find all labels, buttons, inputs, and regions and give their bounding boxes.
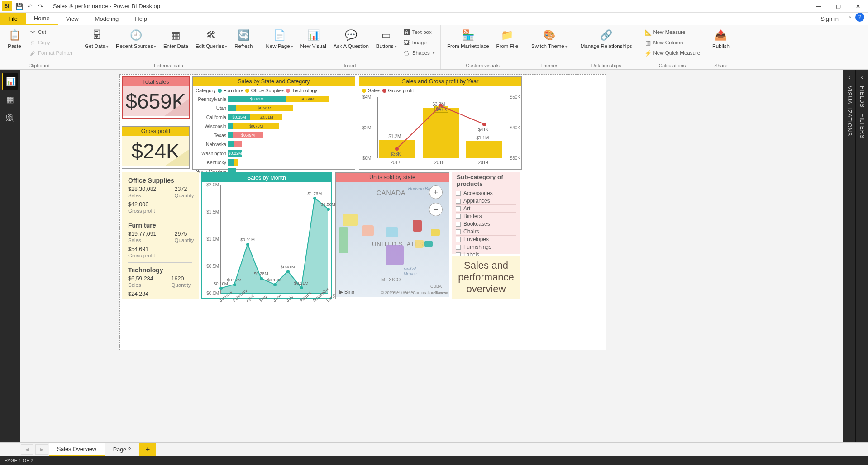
data-label: $1.56M xyxy=(321,202,335,207)
canvas-area[interactable]: Total sales $659K Gross profit $24K Sale… xyxy=(20,70,843,442)
mrc-category: Technology xyxy=(128,266,192,274)
slicer-item[interactable]: Bookcases xyxy=(456,220,516,228)
axis-tick: $50K xyxy=(510,95,520,100)
data-label: $0.11M xyxy=(294,280,309,285)
copy-button[interactable]: ⎘Copy xyxy=(27,38,74,47)
view-menu[interactable]: View xyxy=(58,13,87,25)
fields-filters-pane[interactable]: ‹FIELDS FILTERS xyxy=(855,70,868,442)
refresh-button[interactable]: 🔄Refresh xyxy=(232,27,255,51)
group-label: Custom visuals xyxy=(444,62,521,68)
chart-title: Sales by Month xyxy=(202,173,331,182)
chart-sales-by-month[interactable]: Sales by Month $0.0M$0.5M$1.0M$1.5M$2.0M… xyxy=(201,172,332,299)
buttons-button[interactable]: ▭Buttons▾ xyxy=(373,27,400,51)
modeling-menu[interactable]: Modeling xyxy=(87,13,127,25)
slicer-item[interactable]: Art xyxy=(456,205,516,213)
bar-row: Utah$0.91M xyxy=(196,104,352,112)
title-box[interactable]: Sales and performance overview xyxy=(452,256,520,299)
bubble-icon: 💬 xyxy=(344,28,358,43)
save-icon[interactable]: 💾 xyxy=(14,2,24,11)
shapes-button[interactable]: ⬠Shapes▾ xyxy=(401,48,437,58)
chart-sales-by-state-category[interactable]: Sales by State and Category Category Fur… xyxy=(192,76,355,170)
page-tab-2[interactable]: Page 2 xyxy=(105,443,140,456)
button-icon: ▭ xyxy=(379,28,394,43)
data-label: $33K xyxy=(391,152,401,157)
new-visual-button[interactable]: 📊New Visual xyxy=(298,27,329,51)
mrc-field: $24,284Gross profit xyxy=(128,291,155,299)
slicer-item[interactable]: Binders xyxy=(456,213,516,220)
bar-segment: $0.49M xyxy=(233,132,264,138)
line-point xyxy=(246,243,249,246)
card-total-sales[interactable]: Total sales $659K xyxy=(122,76,190,119)
help-icon[interactable]: ? xyxy=(855,13,864,22)
add-page-button[interactable]: + xyxy=(139,443,156,456)
bar-category-label: Wisconsin xyxy=(196,123,228,129)
help-menu[interactable]: Help xyxy=(127,13,155,25)
new-measure-button[interactable]: 📐New Measure xyxy=(643,27,702,37)
line-point xyxy=(482,123,486,126)
zoom-out-button[interactable]: − xyxy=(429,203,443,216)
paste-button[interactable]: 📋Paste xyxy=(4,27,25,51)
edit-queries-button[interactable]: 🛠Edit Queries▾ xyxy=(193,27,230,51)
slicer-item[interactable]: Appliances xyxy=(456,197,516,205)
sign-in-link[interactable]: Sign in xyxy=(814,13,845,25)
slicer-subcategory[interactable]: Sub-category of products AccessoriesAppl… xyxy=(452,172,520,254)
window-title: Sales & performance - Power BI Desktop xyxy=(53,3,160,9)
group-label: Insert xyxy=(263,62,436,68)
new-column-button[interactable]: ▥New Column xyxy=(643,38,702,47)
slicer-item[interactable]: Envelopes xyxy=(456,236,516,243)
new-page-button[interactable]: 📄New Page▾ xyxy=(263,27,296,51)
slicer-item[interactable]: Chairs xyxy=(456,228,516,236)
bar-segment xyxy=(234,159,238,166)
page-prev-button[interactable]: ◄ xyxy=(21,444,33,455)
quick-measure-button[interactable]: ⚡New Quick Measure xyxy=(643,48,702,58)
slicer-item-label: Furnishings xyxy=(463,244,491,250)
multirow-card[interactable]: Office Supplies$28,30,082Sales2372Quanti… xyxy=(122,172,199,299)
data-view-button[interactable]: ▦ xyxy=(2,91,18,108)
axis-tick: $0.0M xyxy=(203,291,219,296)
manage-relationships-button[interactable]: 🔗Manage Relationships xyxy=(578,27,635,51)
map-body[interactable]: CANADA Hudson Bay UNITED STATES MEXICO G… xyxy=(336,182,449,297)
report-view-button[interactable]: 📊 xyxy=(2,73,18,90)
minimize-button[interactable]: — xyxy=(808,0,828,13)
checkbox-icon xyxy=(456,214,461,219)
file-menu[interactable]: File xyxy=(0,13,26,25)
publish-button[interactable]: 📤Publish xyxy=(710,27,732,51)
group-label: Clipboard xyxy=(4,62,74,68)
report-canvas[interactable]: Total sales $659K Gross profit $24K Sale… xyxy=(119,74,606,350)
from-file-button[interactable]: 📁From File xyxy=(494,27,521,51)
image-button[interactable]: 🖼Image xyxy=(401,38,437,47)
checkbox-icon xyxy=(456,229,461,234)
page-tab-1[interactable]: Sales Overview xyxy=(49,443,105,456)
recent-sources-button[interactable]: 🕘Recent Sources▾ xyxy=(113,27,159,51)
from-marketplace-button[interactable]: 🏪From Marketplace xyxy=(444,27,492,51)
bar-row: Texas$0.49M xyxy=(196,131,352,139)
data-label: $1.2M xyxy=(389,134,401,139)
separator xyxy=(48,2,48,10)
textbox-button[interactable]: 🅰Text box xyxy=(401,27,437,37)
switch-theme-button[interactable]: 🎨Switch Theme▾ xyxy=(529,27,570,51)
zoom-in-button[interactable]: + xyxy=(429,185,443,199)
mrc-field: $19,77,091Sales xyxy=(128,231,157,243)
maximize-button[interactable]: ▢ xyxy=(828,0,848,13)
axis-tick: $1.5M xyxy=(203,209,219,214)
visualizations-pane[interactable]: ‹VISUALIZATIONS xyxy=(843,70,855,442)
bar-segment: $0.35M xyxy=(228,114,250,120)
map-units-sold[interactable]: Units sold by state CANADA Hudson Bay UN… xyxy=(335,172,449,299)
get-data-button[interactable]: 🗄Get Data▾ xyxy=(82,27,111,51)
chart-sales-gross-profit-year[interactable]: Sales and Gross profit by Year Sales Gro… xyxy=(359,76,522,170)
slicer-item[interactable]: Furnishings xyxy=(456,243,516,251)
axis-tick: June xyxy=(272,293,282,303)
collapse-ribbon-icon[interactable]: ˄ xyxy=(845,13,855,25)
home-menu[interactable]: Home xyxy=(26,13,58,25)
format-painter-button[interactable]: 🖌Format Painter xyxy=(27,48,74,58)
redo-icon[interactable]: ↷ xyxy=(36,2,45,11)
ask-question-button[interactable]: 💬Ask A Question xyxy=(331,27,372,51)
enter-data-button[interactable]: ▦Enter Data xyxy=(161,27,191,51)
cut-button[interactable]: ✂Cut xyxy=(27,27,74,37)
close-button[interactable]: ✕ xyxy=(848,0,868,13)
page-next-button[interactable]: ► xyxy=(35,444,48,455)
card-gross-profit[interactable]: Gross profit $24K xyxy=(122,126,190,169)
model-view-button[interactable]: 🕸 xyxy=(2,109,18,126)
slicer-item[interactable]: Accessories xyxy=(456,190,516,197)
undo-icon[interactable]: ↶ xyxy=(25,2,34,11)
